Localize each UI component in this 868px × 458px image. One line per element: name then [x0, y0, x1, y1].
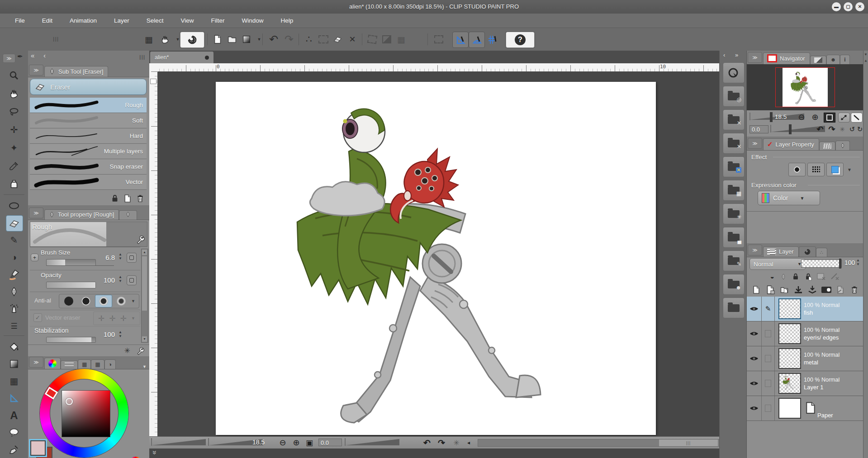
layer-panel-menu-button[interactable]: ≫ — [748, 245, 762, 255]
subtool-item-vector[interactable]: Vector — [30, 175, 147, 190]
status-zoom-out-icon[interactable]: ⊖ — [277, 438, 289, 447]
status-zoom-value[interactable]: 18.5 — [252, 439, 265, 446]
brush-size-stepper[interactable]: ▲▼ — [119, 253, 122, 260]
navigator-tab[interactable]: Navigator — [763, 52, 810, 64]
dock-prev-icon[interactable]: ‹ — [43, 52, 46, 59]
status-zoom-in-icon[interactable]: ⊕ — [290, 438, 302, 447]
color-set-tab[interactable]: ▦ — [78, 359, 91, 369]
strip-expand-icon[interactable]: » — [735, 52, 738, 58]
material-image-button[interactable]: ▄ — [723, 227, 745, 248]
opacity-dynamics-button[interactable] — [127, 275, 137, 285]
scroll-up-icon[interactable]: ▲ — [142, 250, 147, 255]
snap-ruler-button[interactable] — [452, 32, 469, 48]
merge-down-button[interactable] — [792, 284, 805, 296]
layer-row-fish[interactable]: ✎ 100 % Normal fish — [747, 297, 863, 321]
quick-access-button[interactable] — [723, 62, 745, 83]
decoration-tool[interactable]: ☰ — [6, 318, 22, 334]
reset-all-settings-icon[interactable]: ✳ — [124, 346, 130, 355]
tool-property-menu-button[interactable]: ≫ — [29, 208, 43, 218]
menu-animation[interactable]: Animation — [61, 14, 105, 28]
layer-comp-tab[interactable]: ∴ — [816, 248, 827, 257]
clip-to-layer-below-icon[interactable]: ◑ — [769, 274, 777, 279]
clear-selection-button[interactable] — [331, 32, 345, 47]
layer-thumbnail[interactable] — [778, 373, 801, 394]
new-vector-layer-button[interactable] — [764, 284, 777, 296]
selection-lasso-tool[interactable] — [6, 104, 22, 119]
menu-layer[interactable]: Layer — [105, 14, 138, 28]
menu-view[interactable]: View — [172, 14, 202, 28]
layer-visibility-cell[interactable] — [747, 396, 762, 420]
brush-size-value[interactable]: 6.8 — [105, 254, 115, 261]
brush-size-dynamics-button[interactable] — [127, 253, 137, 263]
material-effect-button[interactable]: ✳ — [723, 203, 745, 224]
main-color-swatch[interactable] — [30, 440, 46, 456]
stabilization-slider[interactable] — [46, 337, 96, 343]
document-tab[interactable]: alien* — [150, 52, 213, 63]
lock-layer-icon[interactable] — [792, 273, 800, 281]
crop-mark-button[interactable] — [365, 32, 379, 47]
opacity-stepper[interactable]: ▲▼ — [119, 275, 122, 283]
move-layer-tool[interactable]: ✛ — [6, 122, 22, 137]
status-rotate-cw-icon[interactable]: ↷ — [435, 438, 448, 447]
aa-none-option[interactable] — [61, 295, 77, 307]
navigator-flip-reset-button[interactable] — [851, 113, 863, 123]
strip-prev-icon[interactable]: ‹ — [723, 52, 725, 58]
material-character-button[interactable]: ☻ — [723, 274, 745, 295]
hand-tool[interactable] — [6, 86, 22, 101]
layer-visibility-cell[interactable] — [747, 371, 762, 396]
ruler-visibility-icon[interactable] — [830, 273, 840, 281]
help-button[interactable]: ? — [506, 32, 535, 48]
frame-tool[interactable]: ▦ — [6, 373, 22, 389]
brush-tool[interactable] — [6, 267, 22, 282]
delete-layer-button[interactable] — [848, 284, 861, 296]
redo-button[interactable]: ↷ — [282, 32, 296, 47]
sv-cursor[interactable] — [66, 398, 73, 405]
status-rotation-slider[interactable] — [345, 438, 346, 446]
aa-middle-option[interactable] — [95, 295, 112, 307]
dock-grip[interactable]: ☰ — [139, 55, 146, 60]
material-card-button[interactable]: ▦ — [723, 180, 745, 201]
layer-row-metal[interactable]: 100 % Normal metal — [747, 346, 863, 371]
subtool-item-soft[interactable]: Soft — [30, 113, 147, 128]
snap-special-ruler-button[interactable] — [469, 32, 485, 48]
layer-thumbnail[interactable] — [778, 298, 801, 319]
open-file-button[interactable] — [225, 32, 239, 47]
canvas-page[interactable] — [216, 82, 656, 435]
reference-layer-icon[interactable] — [780, 273, 787, 280]
tool-property-tab[interactable]: Tool property [Rough] — [44, 209, 119, 220]
copy-subtool-icon[interactable] — [123, 194, 132, 203]
layer-thumbnail[interactable] — [778, 323, 801, 344]
vector-eraser-options[interactable]: ✛✛✛▼ — [93, 312, 140, 325]
subtool-item-snap-eraser[interactable]: Snap eraser — [30, 159, 147, 175]
eyedropper-tool[interactable] — [6, 158, 22, 174]
material-primary-button[interactable]: ✕ — [723, 156, 745, 177]
menu-window[interactable]: Window — [233, 14, 272, 28]
layer-name[interactable]: Layer 1 — [804, 384, 840, 391]
eraser-tool[interactable] — [6, 215, 23, 231]
fill-tool[interactable] — [6, 339, 22, 354]
material-manga-button[interactable]: ✕ — [723, 133, 745, 154]
horizontal-scrollbar-thumb[interactable]: ||| — [659, 439, 718, 446]
sync-tab[interactable]: ☻ — [826, 55, 840, 64]
animation-cels-tab[interactable] — [799, 246, 816, 257]
layer-thumbnail[interactable] — [778, 398, 801, 419]
effect-layer-color-button[interactable] — [826, 163, 844, 176]
navigator-flip-horizontal-button[interactable] — [838, 113, 850, 123]
airbrush-tool[interactable] — [6, 301, 22, 316]
delete-subtool-icon[interactable] — [136, 194, 145, 203]
document-tab-close-icon[interactable] — [205, 56, 209, 60]
flatten-button[interactable] — [806, 284, 819, 296]
deselect-button[interactable]: ∴ — [302, 32, 316, 47]
scroll-down-icon[interactable]: ▼ — [142, 336, 147, 342]
layer-edit-cell[interactable] — [762, 321, 775, 346]
tool-tab-icon[interactable]: ✒ — [17, 52, 23, 61]
menu-help[interactable]: Help — [272, 14, 302, 28]
workspace-grid-icon[interactable]: ▦ — [142, 32, 156, 47]
subtool-group-eraser[interactable]: Eraser — [30, 79, 147, 95]
gradient-tool[interactable] — [6, 356, 22, 372]
save-dropdown[interactable]: ▼ — [253, 32, 265, 47]
menu-select[interactable]: Select — [138, 14, 172, 28]
lock-subtool-icon[interactable] — [110, 194, 119, 203]
navigator-rotate-ccw-icon[interactable]: ↶ — [815, 125, 825, 134]
undo-button[interactable]: ↶ — [267, 32, 280, 47]
